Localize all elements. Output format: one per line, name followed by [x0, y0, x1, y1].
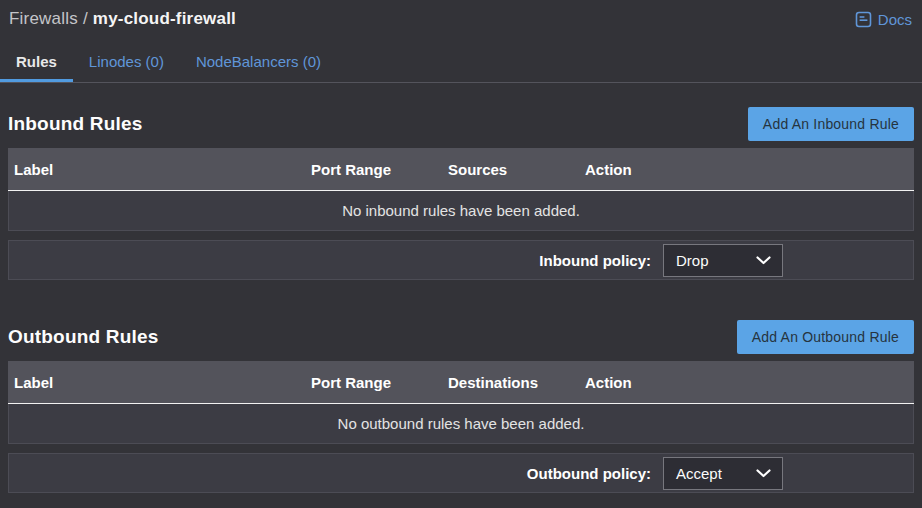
- tab-rules[interactable]: Rules: [0, 44, 73, 82]
- firewall-detail-page: Firewalls/my-cloud-firewall Docs Rules L…: [0, 0, 922, 508]
- chevron-down-icon: [756, 469, 771, 478]
- inbound-column-label: Label: [8, 161, 311, 178]
- outbound-policy-label: Outbound policy:: [527, 465, 651, 482]
- add-inbound-rule-button[interactable]: Add An Inbound Rule: [748, 107, 914, 141]
- outbound-column-destinations: Destinations: [448, 374, 585, 391]
- outbound-rules-title: Outbound Rules: [8, 326, 159, 348]
- outbound-rules-section: Outbound Rules Add An Outbound Rule Labe…: [0, 320, 922, 493]
- inbound-column-port-range: Port Range: [311, 161, 448, 178]
- inbound-policy-row: Inbound policy: Drop: [8, 240, 914, 280]
- inbound-policy-label: Inbound policy:: [539, 252, 651, 269]
- top-bar: Firewalls/my-cloud-firewall Docs: [0, 0, 922, 29]
- inbound-rules-section: Inbound Rules Add An Inbound Rule Label …: [0, 107, 922, 280]
- tab-linodes[interactable]: Linodes (0): [73, 44, 180, 82]
- chevron-down-icon: [756, 256, 771, 265]
- add-outbound-rule-button[interactable]: Add An Outbound Rule: [737, 320, 914, 354]
- outbound-rules-table: Label Port Range Destinations Action No …: [8, 361, 914, 444]
- outbound-table-header-row: Label Port Range Destinations Action: [8, 361, 914, 404]
- outbound-policy-row: Outbound policy: Accept: [8, 453, 914, 493]
- inbound-column-action: Action: [585, 161, 914, 178]
- breadcrumb-firewalls-link[interactable]: Firewalls: [9, 9, 78, 28]
- docs-link[interactable]: Docs: [855, 11, 912, 28]
- tab-nodebalancers[interactable]: NodeBalancers (0): [180, 44, 337, 82]
- inbound-empty-message: No inbound rules have been added.: [342, 202, 580, 219]
- inbound-table-header-row: Label Port Range Sources Action: [8, 148, 914, 191]
- breadcrumb: Firewalls/my-cloud-firewall: [9, 9, 236, 29]
- inbound-rules-table: Label Port Range Sources Action No inbou…: [8, 148, 914, 231]
- outbound-empty-message: No outbound rules have been added.: [338, 415, 585, 432]
- outbound-column-action: Action: [585, 374, 914, 391]
- outbound-column-label: Label: [8, 374, 311, 391]
- inbound-column-sources: Sources: [448, 161, 585, 178]
- inbound-policy-selected-value: Drop: [676, 252, 709, 269]
- docs-icon: [855, 11, 872, 28]
- inbound-section-header: Inbound Rules Add An Inbound Rule: [8, 107, 914, 141]
- inbound-policy-select[interactable]: Drop: [663, 244, 783, 277]
- tab-bar: Rules Linodes (0) NodeBalancers (0): [0, 44, 922, 83]
- outbound-column-port-range: Port Range: [311, 374, 448, 391]
- inbound-empty-state-row: No inbound rules have been added.: [8, 191, 914, 231]
- docs-link-label: Docs: [878, 11, 912, 28]
- inbound-rules-title: Inbound Rules: [8, 113, 143, 135]
- breadcrumb-separator: /: [83, 9, 88, 28]
- outbound-section-header: Outbound Rules Add An Outbound Rule: [8, 320, 914, 354]
- outbound-empty-state-row: No outbound rules have been added.: [8, 404, 914, 444]
- outbound-policy-selected-value: Accept: [676, 465, 722, 482]
- outbound-policy-select[interactable]: Accept: [663, 457, 783, 490]
- breadcrumb-current-firewall: my-cloud-firewall: [93, 9, 236, 28]
